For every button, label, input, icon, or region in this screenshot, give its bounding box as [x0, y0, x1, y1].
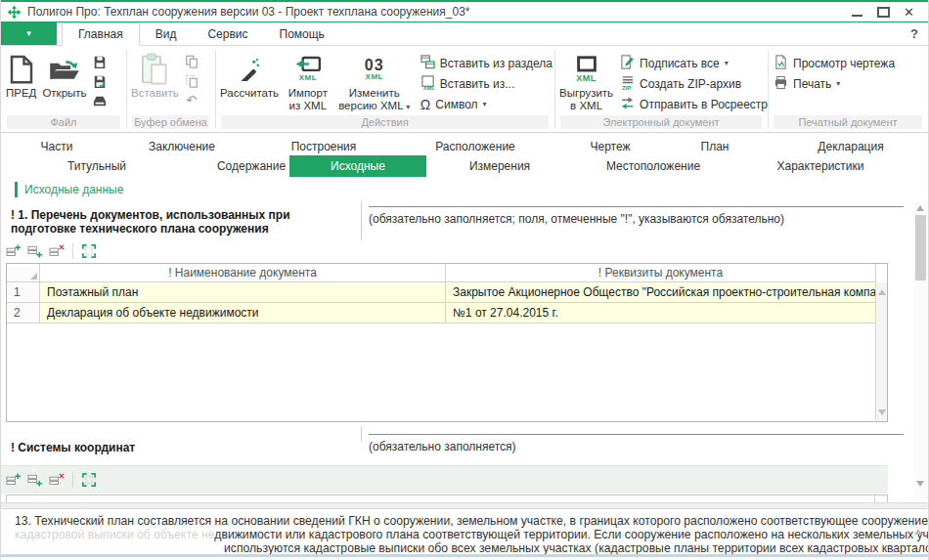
app-menu-button[interactable]: ▾ [1, 22, 57, 45]
send-arrows-icon [620, 96, 635, 113]
chevron-down-icon: ▾ [836, 79, 840, 88]
header-doc-details[interactable]: ! Реквизиты документа [446, 264, 876, 282]
fit-columns-icon[interactable] [80, 242, 98, 260]
ribbon-separator [215, 50, 216, 128]
save-as-icon[interactable] [92, 73, 108, 88]
add-row-icon[interactable] [5, 242, 22, 260]
symbol-button[interactable]: Ω Символ ▾ [420, 94, 553, 114]
minimize-button[interactable] [851, 7, 863, 18]
select-all-cell[interactable] [7, 264, 40, 282]
help-button[interactable]: ? [910, 22, 928, 45]
send-rosreestr-button[interactable]: Отправить в Росреестр [620, 94, 768, 114]
tab-zaklyuchenie[interactable]: Заключение [149, 140, 215, 153]
column-divider [361, 201, 362, 240]
add-row-icon[interactable] [5, 471, 22, 489]
zip-icon: ZIP [620, 75, 635, 93]
menu-tab-servis[interactable]: Сервис [192, 22, 263, 45]
scroll-down-icon[interactable] [916, 481, 924, 487]
paste-button[interactable]: Вставить [128, 49, 182, 102]
import-xml-button[interactable]: XML Импорт из XML [282, 49, 334, 114]
chevron-down-icon: ▾ [483, 100, 487, 108]
menu-tab-glavnaya[interactable]: Главная [62, 22, 140, 46]
chevron-down-icon: ▾ [26, 29, 31, 38]
change-xml-version-button[interactable]: 03 XML Изменить версию XML ▾ [334, 49, 415, 115]
scrollbar-thumb[interactable] [915, 215, 926, 280]
cell-doc-details[interactable]: Закрытое Акционерное Общество "Российска… [446, 282, 876, 303]
scroll-down-icon[interactable] [878, 409, 886, 415]
group-label-edoc: Электронный документ [560, 115, 762, 129]
scroll-up-icon[interactable] [914, 512, 922, 535]
subtab-iskhodnye-dannye: Исходные данные [1, 181, 123, 198]
maximize-button[interactable] [877, 7, 890, 18]
export-xml-button[interactable]: XML Выгрузить в XML [556, 49, 616, 114]
open-folder-icon [49, 51, 80, 87]
tab-raspolozhenie[interactable]: Расположение [435, 140, 515, 153]
cell-doc-name[interactable]: Декларация об объекте недвижимости [40, 303, 446, 323]
xml-version-03-icon: 03 XML [365, 51, 384, 87]
undo-icon[interactable]: ↶ [184, 93, 199, 108]
calculate-button[interactable]: Рассчитать [217, 49, 282, 102]
tab-kharakteristiki[interactable]: Характеристики [777, 159, 864, 173]
magic-wand-icon [238, 51, 261, 87]
paste-special-icon[interactable] [184, 73, 199, 88]
create-zip-button[interactable]: ZIP Создать ZIP-архив [620, 73, 768, 94]
print-button[interactable]: Печать ▾ [774, 73, 895, 94]
insert-from-section-button[interactable]: Вставить из раздела [420, 53, 553, 73]
row-number[interactable]: 2 [7, 303, 40, 323]
table-scrollbar[interactable] [875, 282, 887, 421]
tab-soderzhanie[interactable]: Содержание [217, 159, 286, 173]
add-row-below-icon[interactable] [26, 471, 44, 489]
tab-postroeniya[interactable]: Построения [291, 140, 357, 153]
open-button[interactable]: Открыть [39, 49, 89, 102]
preview-drawing-button[interactable]: Просмотр чертежа [774, 53, 895, 73]
tab-izmereniya[interactable]: Измерения [469, 159, 530, 173]
drawing-preview-icon [774, 55, 788, 72]
scroll-up-icon[interactable] [916, 205, 924, 211]
menu-tab-pomosch[interactable]: Помощь [264, 22, 340, 45]
tab-deklaratsiya[interactable]: Декларация [818, 140, 883, 153]
window-controls: ✕ [851, 7, 922, 18]
chevron-down-icon: ▾ [725, 59, 729, 67]
app-logo-icon [7, 5, 22, 20]
fit-columns-icon[interactable] [80, 471, 98, 489]
ribbon: ПРЕД Открыть [1, 47, 928, 133]
hint-scrollbar[interactable] [914, 512, 923, 530]
sign-all-button[interactable]: Подписать все ▾ [620, 53, 768, 73]
tab-titulnyy[interactable]: Титульный [67, 159, 126, 173]
app-window: Полигон Про: Техплан сооружения версии 0… [0, 0, 929, 560]
add-row-below-icon[interactable] [26, 242, 44, 260]
delete-row-icon[interactable] [48, 471, 66, 489]
docs-table-header: ! Наименование документа ! Реквизиты док… [7, 264, 876, 282]
titlebar: Полигон Про: Техплан сооружения версии 0… [1, 0, 928, 22]
row-number[interactable]: 1 [7, 282, 40, 303]
copy-icon[interactable] [184, 54, 199, 68]
svg-text:XML: XML [423, 85, 435, 90]
tab-chasti[interactable]: Части [41, 140, 73, 153]
tab-plan[interactable]: План [701, 140, 730, 153]
window-title: Полигон Про: Техплан сооружения версии 0… [27, 5, 470, 19]
tab-chertezh[interactable]: Чертеж [590, 140, 630, 153]
coords-table-partial [6, 495, 888, 502]
menu-tab-vid[interactable]: Вид [140, 22, 193, 45]
save-icon[interactable] [92, 54, 108, 68]
cell-doc-details[interactable]: №1 от 27.04.2015 г. [446, 303, 876, 323]
document-icon [9, 51, 34, 87]
main-scrollbar[interactable] [913, 200, 928, 499]
tab-mestopolozhenie[interactable]: Местоположение [606, 159, 700, 173]
toolbar-separator [72, 243, 73, 259]
header-doc-name[interactable]: ! Наименование документа [40, 264, 446, 282]
group-label-clipboard: Буфер обмена [132, 115, 209, 129]
hint-line: 13. Технический план составляется на осн… [15, 514, 928, 528]
tab-iskhodnye-active[interactable]: Исходные [289, 155, 426, 177]
panel-splitter[interactable] [1, 502, 928, 509]
delete-row-icon[interactable] [48, 242, 66, 260]
scroll-up-icon[interactable] [878, 289, 886, 295]
pred-button[interactable]: ПРЕД [3, 49, 39, 102]
select-all-icon [30, 273, 37, 280]
ribbon-group-file: ПРЕД Открыть [3, 47, 124, 131]
close-button[interactable]: ✕ [904, 7, 914, 18]
hint-line: кадастровой выписки об объекте недвижимо… [15, 528, 928, 541]
insert-from-button[interactable]: XML Вставить из... [420, 73, 553, 94]
close-project-icon[interactable] [92, 93, 108, 108]
cell-doc-name[interactable]: Поэтажный план [40, 282, 446, 303]
